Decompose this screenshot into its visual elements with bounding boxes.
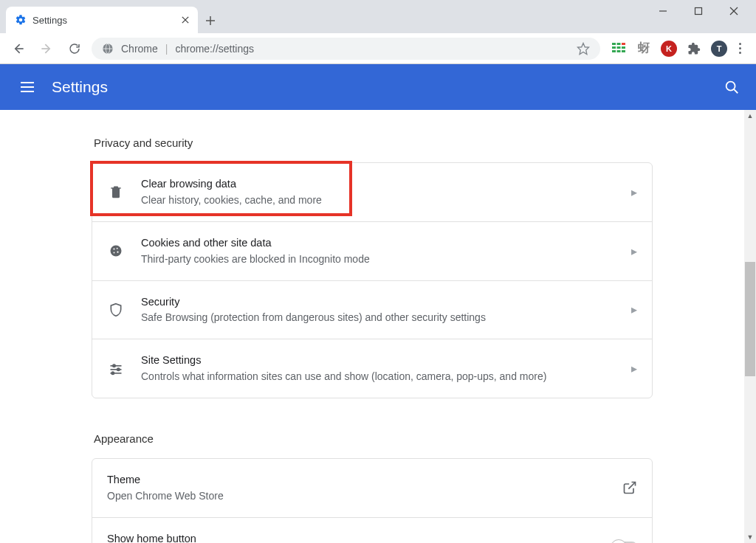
svg-point-23 bbox=[726, 82, 735, 91]
row-subtitle: Clear history, cookies, cache, and more bbox=[141, 193, 615, 208]
row-title: Clear browsing data bbox=[141, 176, 615, 193]
forward-button[interactable] bbox=[35, 38, 58, 60]
svg-rect-17 bbox=[612, 46, 616, 49]
svg-rect-18 bbox=[617, 46, 621, 49]
site-info-icon[interactable] bbox=[102, 43, 114, 55]
profile-avatar[interactable]: T bbox=[711, 41, 727, 57]
svg-point-31 bbox=[113, 364, 115, 367]
svg-rect-21 bbox=[617, 50, 621, 52]
extensions-puzzle-icon[interactable] bbox=[686, 41, 702, 57]
address-bar[interactable]: Chrome | chrome://settings bbox=[92, 38, 600, 60]
svg-rect-20 bbox=[612, 50, 616, 52]
row-title: Show home button bbox=[107, 531, 596, 543]
row-subtitle: Open Chrome Web Store bbox=[107, 488, 606, 504]
svg-point-28 bbox=[117, 252, 118, 253]
window-close-button[interactable] bbox=[724, 1, 744, 21]
cookie-icon bbox=[107, 243, 125, 258]
vertical-scrollbar[interactable]: ▲ ▼ bbox=[744, 110, 756, 543]
row-subtitle: Safe Browsing (protection from dangerous… bbox=[141, 310, 615, 325]
tab-strip: Settings bbox=[0, 0, 756, 33]
scroll-track[interactable] bbox=[744, 122, 756, 531]
active-tab[interactable]: Settings bbox=[6, 7, 198, 33]
new-tab-button[interactable] bbox=[198, 8, 223, 33]
chevron-right-icon: ▸ bbox=[631, 302, 637, 317]
row-cookies[interactable]: Cookies and other site data Third-party … bbox=[92, 221, 652, 280]
scroll-down-icon[interactable]: ▼ bbox=[744, 531, 756, 543]
toolbar: Chrome | chrome://settings 蚜 K T bbox=[0, 33, 756, 64]
row-security[interactable]: Security Safe Browsing (protection from … bbox=[92, 280, 652, 339]
row-title: Cookies and other site data bbox=[141, 235, 615, 252]
svg-line-24 bbox=[734, 89, 738, 93]
scroll-up-icon[interactable]: ▲ bbox=[744, 110, 756, 122]
svg-marker-13 bbox=[578, 43, 589, 54]
extension-k-icon[interactable]: K bbox=[661, 41, 677, 57]
svg-line-36 bbox=[628, 483, 635, 489]
sliders-icon bbox=[107, 362, 125, 376]
chevron-right-icon: ▸ bbox=[631, 244, 637, 258]
svg-rect-1 bbox=[695, 8, 702, 15]
extension-dashboard-icon[interactable] bbox=[611, 41, 627, 57]
svg-point-35 bbox=[111, 372, 114, 374]
row-theme[interactable]: Theme Open Chrome Web Store bbox=[92, 459, 652, 517]
row-clear-browsing-data[interactable]: Clear browsing data Clear history, cooki… bbox=[92, 163, 652, 221]
tab-close-button[interactable] bbox=[182, 16, 189, 24]
settings-header: Settings bbox=[0, 64, 756, 110]
row-title: Theme bbox=[107, 472, 606, 488]
row-title: Security bbox=[141, 294, 615, 311]
row-home-button[interactable]: Show home button Disabled bbox=[92, 517, 652, 543]
omnibox-url: chrome://settings bbox=[175, 43, 254, 55]
menu-button[interactable] bbox=[16, 77, 38, 97]
gear-icon bbox=[15, 14, 27, 26]
privacy-card: Clear browsing data Clear history, cooki… bbox=[92, 162, 653, 398]
tab-title: Settings bbox=[32, 15, 176, 26]
trash-icon bbox=[107, 184, 125, 199]
section-title-privacy: Privacy and security bbox=[92, 136, 653, 162]
settings-content: Privacy and security Clear browsing data… bbox=[0, 110, 744, 543]
omnibox-separator: | bbox=[165, 43, 168, 55]
reload-button[interactable] bbox=[63, 38, 86, 60]
row-subtitle: Controls what information sites can use … bbox=[141, 369, 615, 384]
extension-icons: 蚜 K T bbox=[606, 40, 749, 57]
window-maximize-button[interactable] bbox=[688, 1, 709, 21]
section-title-appearance: Appearance bbox=[92, 432, 653, 458]
page-title: Settings bbox=[52, 78, 108, 96]
svg-point-26 bbox=[113, 249, 114, 250]
row-subtitle: Third-party cookies are blocked in Incog… bbox=[141, 252, 615, 267]
chrome-menu-button[interactable] bbox=[736, 40, 744, 57]
svg-rect-14 bbox=[612, 43, 616, 45]
svg-rect-15 bbox=[617, 43, 621, 45]
svg-point-29 bbox=[114, 252, 115, 254]
row-title: Site Settings bbox=[141, 353, 615, 369]
row-site-settings[interactable]: Site Settings Controls what information … bbox=[92, 339, 652, 398]
svg-point-25 bbox=[111, 246, 122, 257]
window-controls bbox=[644, 0, 753, 22]
window-minimize-button[interactable] bbox=[653, 1, 673, 21]
chevron-right-icon: ▸ bbox=[631, 185, 637, 199]
appearance-card: Theme Open Chrome Web Store Show home bu… bbox=[92, 458, 653, 543]
svg-rect-22 bbox=[622, 50, 625, 52]
chevron-right-icon: ▸ bbox=[631, 362, 637, 376]
svg-point-33 bbox=[117, 368, 120, 370]
search-icon[interactable] bbox=[724, 79, 740, 95]
open-external-icon bbox=[622, 480, 637, 495]
extension-bug-icon[interactable]: 蚜 bbox=[636, 41, 652, 57]
svg-point-27 bbox=[117, 248, 118, 249]
svg-rect-19 bbox=[622, 46, 625, 49]
shield-icon bbox=[107, 302, 125, 317]
svg-rect-16 bbox=[622, 43, 625, 45]
scroll-thumb[interactable] bbox=[745, 262, 755, 376]
omnibox-scheme: Chrome bbox=[121, 43, 158, 55]
back-button[interactable] bbox=[7, 38, 30, 60]
bookmark-star-icon[interactable] bbox=[577, 42, 590, 55]
